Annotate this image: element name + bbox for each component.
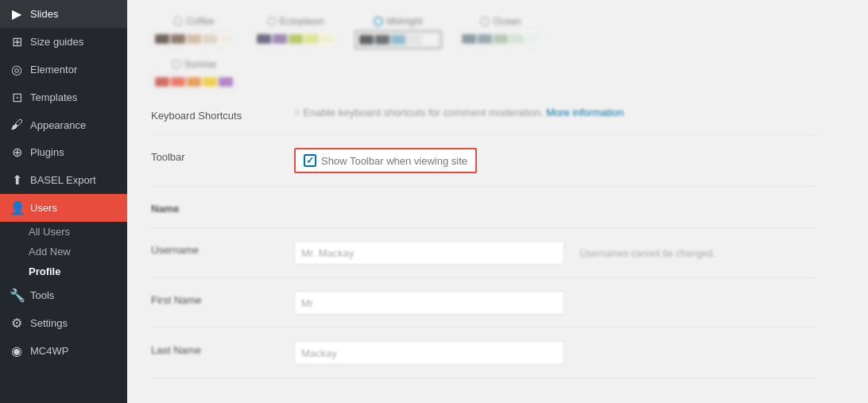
- tools-icon: 🔧: [10, 288, 24, 303]
- keyboard-shortcuts-content: ○ Enable keyboard shortcuts for comment …: [294, 107, 819, 118]
- toolbar-label: Toolbar: [151, 148, 294, 163]
- sidebar-label-appearance: Appearance: [30, 119, 86, 131]
- sidebar-label-mc4wp: MC4WP: [30, 345, 68, 357]
- sidebar-item-tools[interactable]: 🔧 Tools: [0, 281, 127, 309]
- theme-ocean-label: Ocean: [493, 16, 521, 27]
- theme-coffee[interactable]: Coffee: [151, 16, 237, 48]
- sidebar-item-settings[interactable]: ⚙ Settings: [0, 309, 127, 337]
- color-themes-section: Coffee Ectoplasm: [151, 16, 819, 91]
- sidebar-item-elementor[interactable]: ◎ Elementor: [0, 56, 127, 83]
- last-name-label: Last Name: [151, 341, 294, 356]
- mc4wp-icon: ◉: [10, 343, 24, 358]
- sidebar-label-elementor: Elementor: [30, 64, 77, 76]
- username-content: Usernames cannot be changed.: [294, 241, 819, 265]
- midnight-swatches: [355, 30, 442, 49]
- last-name-input[interactable]: [294, 341, 564, 365]
- last-name-content: [294, 341, 819, 365]
- appearance-icon: 🖌: [10, 118, 24, 132]
- users-icon: 👤: [10, 200, 24, 215]
- toolbar-content: ✓ Show Toolbar when viewing site: [294, 148, 819, 173]
- kb-more-info-link[interactable]: More information: [546, 107, 624, 118]
- all-users-label: All Users: [29, 226, 70, 238]
- first-name-row: First Name: [151, 291, 819, 328]
- sidebar-item-size-guides[interactable]: ⊞ Size guides: [0, 28, 127, 56]
- settings-icon: ⚙: [10, 316, 24, 331]
- sidebar-item-mc4wp[interactable]: ◉ MC4WP: [0, 337, 127, 365]
- theme-ectoplasm[interactable]: Ectoplasm: [253, 16, 339, 48]
- main-content: Coffee Ectoplasm: [127, 0, 868, 403]
- elementor-icon: ◎: [10, 62, 24, 77]
- sidebar-sub-all-users[interactable]: All Users: [0, 222, 127, 242]
- theme-row-1: Coffee Ectoplasm: [151, 16, 819, 49]
- radio-coffee: [173, 17, 183, 26]
- sidebar-label-settings: Settings: [30, 317, 68, 329]
- size-guides-icon: ⊞: [10, 34, 24, 49]
- radio-ectoplasm: [267, 17, 277, 26]
- theme-ectoplasm-label: Ectoplasm: [280, 16, 324, 27]
- last-name-row: Last Name: [151, 341, 819, 378]
- first-name-label: First Name: [151, 291, 294, 306]
- sidebar-label-basel-export: BASEL Export: [30, 174, 96, 186]
- sidebar-label-users: Users: [30, 202, 57, 214]
- theme-ocean[interactable]: Ocean: [458, 16, 544, 48]
- keyboard-shortcuts-row: Keyboard Shortcuts ○ Enable keyboard sho…: [151, 107, 819, 135]
- sidebar-item-appearance[interactable]: 🖌 Appearance: [0, 111, 127, 138]
- theme-coffee-label: Coffee: [186, 16, 214, 27]
- sidebar-sub-add-new[interactable]: Add New: [0, 242, 127, 262]
- ectoplasm-swatches: [253, 30, 339, 48]
- theme-midnight[interactable]: Midnight: [355, 16, 442, 49]
- username-row: Username Usernames cannot be changed.: [151, 241, 819, 278]
- username-label: Username: [151, 241, 294, 256]
- sidebar-label-slides: Slides: [30, 8, 58, 20]
- sidebar-label-size-guides: Size guides: [30, 36, 83, 48]
- sidebar-item-templates[interactable]: ⊡ Templates: [0, 83, 127, 111]
- profile-label: Profile: [29, 265, 60, 277]
- coffee-swatches: [151, 30, 237, 48]
- kb-shortcut-radio: ○: [294, 107, 303, 118]
- sidebar-label-plugins: Plugins: [30, 146, 64, 158]
- sidebar-label-tools: Tools: [30, 289, 54, 301]
- sidebar-item-plugins[interactable]: ⊕ Plugins: [0, 138, 127, 166]
- radio-midnight: [374, 17, 383, 26]
- name-title: Name: [151, 203, 179, 215]
- username-input[interactable]: [294, 241, 564, 265]
- basel-export-icon: ⬆: [10, 172, 24, 188]
- radio-ocean: [480, 17, 490, 26]
- templates-icon: ⊡: [10, 90, 24, 105]
- sidebar-item-users[interactable]: 👤 Users: [0, 194, 127, 222]
- plugins-icon: ⊕: [10, 145, 24, 160]
- first-name-input[interactable]: [294, 291, 564, 315]
- theme-row-2: Sunrise: [151, 59, 819, 91]
- username-note: Usernames cannot be changed.: [580, 248, 715, 259]
- first-name-content: [294, 291, 819, 315]
- keyboard-shortcuts-label: Keyboard Shortcuts: [151, 107, 294, 122]
- sidebar-item-slides[interactable]: ▶ Slides: [0, 0, 127, 28]
- toolbar-row: Toolbar ✓ Show Toolbar when viewing site: [151, 148, 819, 187]
- kb-shortcut-text: Enable keyboard shortcuts for comment mo…: [303, 107, 543, 118]
- toolbar-checkbox-label: Show Toolbar when viewing site: [321, 155, 467, 167]
- toolbar-highlight-box: ✓ Show Toolbar when viewing site: [294, 148, 477, 173]
- sidebar-sub-profile[interactable]: Profile: [0, 262, 127, 281]
- name-section-label: Name: [151, 200, 294, 215]
- sidebar-item-basel-export[interactable]: ⬆ BASEL Export: [0, 166, 127, 194]
- sunrise-swatches: [151, 73, 237, 91]
- sidebar: ▶ Slides ⊞ Size guides ◎ Elementor ⊡ Tem…: [0, 0, 127, 403]
- sidebar-label-templates: Templates: [30, 91, 77, 103]
- theme-midnight-label: Midnight: [386, 16, 422, 27]
- add-new-label: Add New: [29, 246, 71, 258]
- theme-sunrise[interactable]: Sunrise: [151, 59, 237, 91]
- ocean-swatches: [458, 30, 544, 48]
- slides-icon: ▶: [10, 6, 24, 21]
- name-section-row: Name: [151, 200, 819, 228]
- radio-sunrise: [172, 60, 181, 69]
- theme-sunrise-label: Sunrise: [184, 59, 217, 70]
- toolbar-checkbox[interactable]: ✓: [304, 154, 316, 167]
